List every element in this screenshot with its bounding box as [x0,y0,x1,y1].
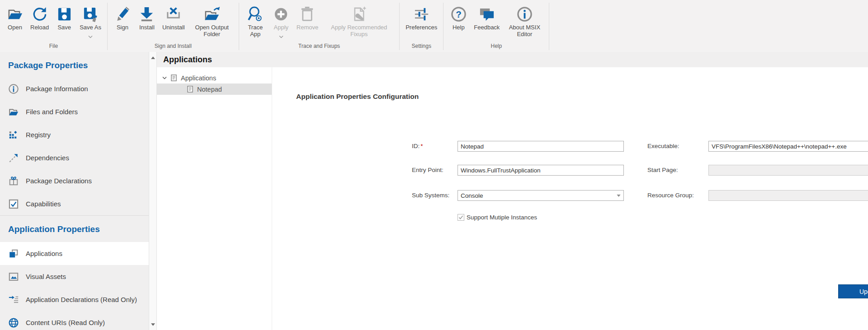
button-label: Open [8,24,22,31]
help-icon: ? [449,5,467,23]
sub-systems-label: Sub Systems: [412,190,449,201]
sidebar-item-label: Package Declarations [26,177,92,185]
sidebar-item-label: Dependencies [26,154,69,162]
reload-icon [31,5,49,23]
files-folders-icon [8,107,19,117]
id-label: ID:* [412,141,423,152]
package-declarations-icon [8,176,19,186]
about-msix-editor-button[interactable]: About MSIX Editor [503,4,546,38]
remove-button[interactable]: Remove [293,4,321,32]
sidebar-item-applications[interactable]: Applications [0,242,149,265]
sidebar-item-label: Files and Folders [26,108,78,116]
sidebar-item-label: Application Declarations (Read Only) [26,296,137,303]
svg-text:?: ? [456,9,461,19]
sidebar-item-label: Applications [26,250,62,257]
capabilities-icon [8,199,19,209]
button-label: Feedback [474,24,500,31]
reload-button[interactable]: Reload [27,4,52,32]
help-button[interactable]: ?Help [446,4,471,32]
install-button[interactable]: Install [135,4,159,32]
save-button[interactable]: Save [52,4,76,32]
resource-group-label: Resource Group: [647,190,694,201]
sidebar-item-registry[interactable]: Registry [0,123,149,146]
document-icon [170,74,178,82]
ribbon-group-sign-and-install: SignInstallUninstallOpen Output FolderSi… [108,0,239,52]
executable-value: VFS\ProgramFilesX86\Notepad++\notepad++.… [712,143,847,150]
checkbox-check-icon [458,214,464,221]
tree-node-label: Notepad [197,86,222,93]
entry-point-field[interactable] [458,165,624,176]
ribbon-group-settings: PreferencesSettings [400,0,443,52]
document-icon [186,85,194,93]
button-label: Help [453,24,465,31]
save-as-button[interactable]: Save As [76,4,104,36]
sidebar-item-application-declarations-read-only[interactable]: Application Declarations (Read Only) [0,288,149,311]
ribbon-group-file: OpenReloadSaveSave AsFile [0,0,107,52]
ribbon-group-label: Settings [402,43,440,52]
main-content: Applications Applications Notepad Applic… [157,52,868,330]
applications-tree: Applications Notepad [157,67,272,330]
executable-combobox[interactable]: VFS\ProgramFilesX86\Notepad++\notepad++.… [708,141,868,152]
save-icon [55,5,73,23]
button-label: Install [139,24,155,31]
scroll-down-arrow-icon[interactable] [149,319,156,330]
scroll-up-arrow-icon[interactable] [149,52,156,63]
entry-point-label: Entry Point: [412,165,443,176]
tree-node-applications[interactable]: Applications [157,72,272,84]
chevron-down-icon[interactable] [161,77,168,79]
open-folder-icon [6,5,24,23]
sidebar-heading-application-properties: Application Properties [0,216,149,235]
tree-node-label: Applications [181,74,216,82]
open-button[interactable]: Open [3,4,27,32]
tree-node-notepad[interactable]: Notepad [157,84,272,95]
sub-systems-value: Console [461,192,483,199]
sidebar-scrollbar[interactable] [149,52,157,330]
apply-icon [272,5,290,23]
sidebar-item-content-uris-read-only[interactable]: Content URIs (Read Only) [0,311,149,330]
apply-recommended-fixups-button[interactable]: Apply Recommended Fixups [321,4,396,38]
button-label: About MSIX Editor [506,24,543,37]
checkbox-label: Support Mutiple Instances [467,214,537,221]
trace-app-icon [246,5,264,23]
chevron-down-icon[interactable] [279,32,283,35]
sidebar-item-files-and-folders[interactable]: Files and Folders [0,100,149,123]
button-label: Preferences [406,24,437,31]
executable-label: Executable: [647,141,679,152]
chevron-down-icon[interactable] [88,32,93,35]
support-multiple-instances-checkbox[interactable]: Support Mutiple Instances [458,214,537,221]
trace-app-button[interactable]: Trace App [242,4,269,38]
dependencies-icon [8,153,19,163]
uninstall-icon [165,5,183,23]
sidebar-item-package-information[interactable]: Package Information [0,77,149,100]
sidebar-item-capabilities[interactable]: Capabilities [0,192,149,215]
open-output-folder-icon [203,5,221,23]
preferences-button[interactable]: Preferences [402,4,440,32]
sub-systems-combobox[interactable]: Console [458,190,624,201]
open-output-folder-button[interactable]: Open Output Folder [188,4,236,38]
required-marker: * [420,143,423,149]
sidebar-item-package-declarations[interactable]: Package Declarations [0,169,149,192]
sign-icon [113,5,132,23]
chevron-down-icon [617,195,621,197]
sidebar-item-visual-assets[interactable]: Visual Assets [0,265,149,288]
button-label: Save As [80,24,101,31]
content-uris-icon [8,317,19,328]
ribbon-group-help: ?HelpFeedbackAbout MSIX EditorHelp [443,0,549,52]
id-field[interactable] [458,141,624,152]
sidebar-item-dependencies[interactable]: Dependencies [0,146,149,169]
remove-icon [298,5,316,23]
resource-group-field [708,190,868,201]
sidebar-item-label: Visual Assets [26,273,66,280]
info-icon [8,84,19,94]
sidebar-item-label: Capabilities [26,200,61,208]
uninstall-button[interactable]: Uninstall [159,4,188,32]
update-button[interactable]: Update [838,284,868,298]
feedback-button[interactable]: Feedback [471,4,503,32]
feedback-icon [478,5,496,23]
sign-button[interactable]: Sign [110,4,135,32]
button-label: Trace App [245,24,266,37]
preferences-icon [412,5,430,23]
page-title: Applications [157,52,868,67]
apply-button[interactable]: Apply [269,4,293,36]
ribbon-group-label: Sign and Install [110,43,236,52]
